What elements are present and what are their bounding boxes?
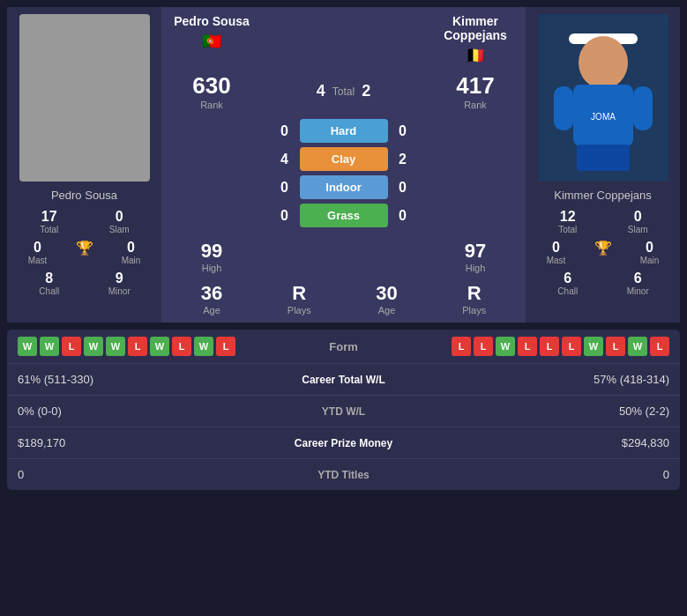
left-trophy: 🏆 — [61, 240, 108, 265]
total-left: 4 — [317, 82, 325, 100]
right-flag: 🇧🇪 — [466, 46, 485, 65]
right-rank-section: 417 Rank — [436, 72, 515, 110]
stats-row-2-center: Career Prize Money — [265, 437, 423, 449]
surface-grass: 0 Grass 0 — [168, 204, 519, 227]
left-high-section: 99 High — [172, 240, 251, 273]
badge-w: W — [194, 337, 213, 356]
left-flag: 🇵🇹 — [202, 32, 221, 51]
stats-row-0-center: Career Total W/L — [265, 374, 423, 386]
badge-w: W — [40, 337, 59, 356]
badge-l: L — [216, 337, 235, 356]
main-wrapper: Pedro Sousa 17 Total 0 Slam 0 Mast — [0, 0, 687, 497]
left-player-heading: Pedro Sousa — [174, 14, 250, 28]
stats-row-0: 61% (511-330)Career Total W/L57% (418-31… — [7, 363, 680, 395]
left-form-badges: WWLWWLWLWL — [18, 337, 235, 356]
stats-row-3: 0YTD Titles0 — [7, 458, 680, 490]
form-label: Form — [317, 340, 370, 353]
left-player-stats: 17 Total 0 Slam 0 Mast 🏆 — [14, 209, 154, 301]
player-comparison: Pedro Sousa 17 Total 0 Slam 0 Mast — [7, 7, 680, 323]
right-player-name: Kimmer Coppejans — [554, 189, 652, 202]
left-high-value: 99 — [201, 240, 222, 263]
right-mast: 0 Mast — [533, 240, 579, 265]
badge-w: W — [628, 337, 647, 356]
surface-indoor: 0 Indoor 0 — [168, 175, 519, 199]
right-trophy: 🏆 — [579, 240, 626, 265]
svg-rect-6 — [633, 86, 653, 130]
right-player-heading: Kimmer Coppejans — [436, 14, 515, 42]
badge-l: L — [650, 337, 669, 356]
left-stats-row-2: 0 Mast 🏆 0 Main — [14, 240, 154, 265]
right-chall: 6 Chall — [533, 271, 603, 296]
right-high-section: 97 High — [436, 240, 515, 273]
badge-l: L — [452, 337, 471, 356]
stats-row-2-left: $189,170 — [18, 436, 265, 449]
badge-l: L — [62, 337, 81, 356]
badge-l: L — [562, 337, 581, 356]
left-plays: R Plays — [287, 282, 311, 315]
right-high-label: High — [466, 263, 486, 273]
stats-row-1: 0% (0-0)YTD W/L50% (2-2) — [7, 395, 680, 427]
badge-l: L — [540, 337, 559, 356]
badge-l: L — [128, 337, 147, 356]
right-rank-value: 417 — [456, 72, 494, 100]
right-stats-row-2: 0 Mast 🏆 0 Main — [533, 240, 673, 265]
right-high-value: 97 — [465, 240, 486, 263]
right-age: 30 Age — [376, 282, 397, 315]
left-chall: 8 Chall — [14, 271, 85, 296]
badge-l: L — [518, 337, 537, 356]
left-total: 17 Total — [14, 209, 85, 234]
badge-w: W — [584, 337, 603, 356]
left-mast: 0 Mast — [14, 240, 61, 265]
stats-row-3-left: 0 — [18, 468, 265, 481]
surfaces-section: 0 Hard 0 4 Clay 2 0 Indoor 0 0 Grass — [168, 119, 519, 227]
grass-right: 0 — [395, 208, 411, 224]
badge-w: W — [496, 337, 515, 356]
stats-row-3-center: YTD Titles — [265, 469, 423, 481]
svg-text:JOMA: JOMA — [591, 112, 616, 122]
hard-right: 0 — [395, 123, 411, 139]
stats-row-0-left: 61% (511-330) — [18, 373, 265, 386]
badge-w: W — [18, 337, 37, 356]
left-player-column: Pedro Sousa 17 Total 0 Slam 0 Mast — [7, 7, 161, 323]
hard-button[interactable]: Hard — [300, 119, 388, 143]
stats-row-3-right: 0 — [423, 468, 670, 481]
stats-row-2-right: $294,830 — [423, 436, 670, 449]
surface-clay: 4 Clay 2 — [168, 147, 519, 171]
right-stats-row-3: 6 Chall 6 Minor — [533, 271, 673, 296]
clay-right: 2 — [395, 152, 411, 167]
svg-rect-5 — [554, 86, 573, 130]
stats-row-1-left: 0% (0-0) — [18, 404, 265, 418]
center-bottom-stats: 36 Age R Plays 30 Age R Plays — [168, 282, 519, 315]
grass-left: 0 — [277, 208, 293, 224]
left-stats-row-3: 8 Chall 9 Minor — [14, 271, 154, 296]
indoor-button[interactable]: Indoor — [300, 175, 388, 199]
right-total: 12 Total — [533, 209, 603, 234]
right-main: 0 Main — [626, 240, 673, 265]
badge-l: L — [474, 337, 493, 356]
clay-button[interactable]: Clay — [300, 147, 388, 171]
center-column: Pedro Sousa 🇵🇹 Kimmer Coppejans 🇧🇪 630 R… — [161, 7, 526, 323]
left-player-photo — [19, 14, 150, 182]
right-rank-label: Rank — [464, 100, 487, 110]
svg-point-2 — [579, 36, 628, 89]
right-plays: R Plays — [462, 282, 486, 315]
stats-row-1-center: YTD W/L — [265, 405, 423, 418]
stats-row-1-right: 50% (2-2) — [423, 404, 670, 418]
surface-hard: 0 Hard 0 — [168, 119, 519, 143]
indoor-left: 0 — [277, 180, 293, 196]
bottom-section: WWLWWLWLWL Form LLWLLLWLWL 61% (511-330)… — [7, 330, 680, 490]
grass-button[interactable]: Grass — [300, 204, 388, 227]
indoor-right: 0 — [395, 180, 411, 196]
left-rank-value: 630 — [192, 72, 230, 100]
total-label: Total — [332, 85, 355, 98]
left-player-name: Pedro Sousa — [51, 189, 117, 202]
right-slam: 0 Slam — [603, 209, 674, 234]
right-stats-row-1: 12 Total 0 Slam — [533, 209, 673, 234]
stats-row-2: $189,170Career Prize Money$294,830 — [7, 427, 680, 458]
left-high-label: High — [202, 263, 222, 273]
left-main: 0 Main — [108, 240, 154, 265]
badge-w: W — [150, 337, 169, 356]
badge-w: W — [84, 337, 103, 356]
svg-rect-4 — [577, 145, 630, 171]
left-stats-row-1: 17 Total 0 Slam — [14, 209, 154, 234]
